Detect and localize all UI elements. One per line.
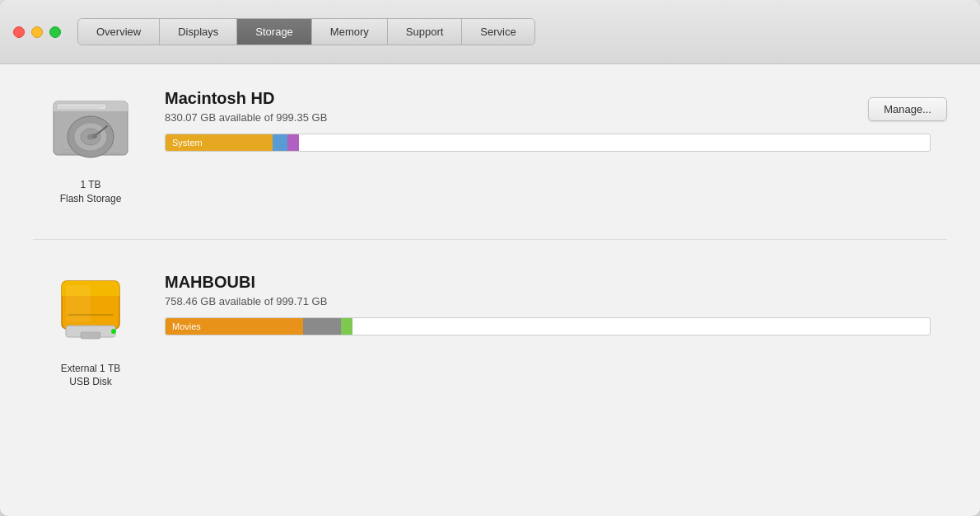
storage-content: 1 TB Flash Storage Macintosh HD 830.07 G… (0, 64, 980, 516)
ext-bar-other1 (303, 318, 341, 335)
hd-label-line1: 1 TB (80, 179, 100, 190)
svg-point-11 (92, 134, 97, 138)
ext-label: External 1 TB USB Disk (61, 362, 120, 390)
hd-available: 830.07 GB available of 999.35 GB (165, 111, 931, 124)
svg-rect-17 (66, 285, 91, 322)
manage-button-area: Manage... (868, 97, 947, 121)
tab-storage[interactable]: Storage (237, 19, 312, 45)
tab-service[interactable]: Service (462, 19, 534, 45)
ext-label-line2: USB Disk (69, 376, 111, 387)
tab-memory[interactable]: Memory (312, 19, 388, 45)
hd-storage-bar: System (165, 134, 931, 152)
minimize-button[interactable] (31, 26, 43, 38)
ext-name: MAHBOUBI (165, 273, 931, 292)
drive-macintosh-hd: 1 TB Flash Storage Macintosh HD 830.07 G… (33, 89, 947, 206)
tab-support[interactable]: Support (388, 19, 463, 45)
hd-label: 1 TB Flash Storage (60, 178, 122, 206)
hd-icon-area: 1 TB Flash Storage (33, 89, 148, 206)
ext-label-line1: External 1 TB (61, 363, 120, 374)
tab-displays[interactable]: Displays (160, 19, 237, 45)
hd-bar-other2 (287, 134, 299, 151)
hd-bar-other1 (273, 134, 288, 151)
about-this-mac-window: Overview Displays Storage Memory Support… (0, 0, 980, 516)
divider (33, 239, 947, 240)
manage-button[interactable]: Manage... (868, 97, 947, 121)
maximize-button[interactable] (49, 26, 61, 38)
external-drive-icon (49, 273, 132, 355)
hd-name: Macintosh HD (165, 89, 931, 108)
titlebar: Overview Displays Storage Memory Support… (0, 0, 980, 64)
hd-info: Macintosh HD 830.07 GB available of 999.… (148, 89, 947, 152)
close-button[interactable] (13, 26, 25, 38)
ext-info: MAHBOUBI 758.46 GB available of 999.71 G… (148, 273, 947, 335)
ext-bar-other2 (341, 318, 352, 335)
ext-icon-area: External 1 TB USB Disk (33, 273, 148, 390)
svg-point-20 (111, 329, 116, 334)
ext-available: 758.46 GB available of 999.71 GB (165, 295, 931, 307)
svg-rect-19 (81, 332, 100, 339)
hd-label-line2: Flash Storage (60, 193, 122, 204)
ext-storage-bar: Movies (165, 317, 931, 335)
hd-bar-system: System (166, 134, 273, 151)
drive-mahboubi: External 1 TB USB Disk MAHBOUBI 758.46 G… (33, 273, 947, 390)
internal-hd-icon (45, 89, 136, 171)
tab-bar: Overview Displays Storage Memory Support… (77, 18, 535, 45)
svg-rect-21 (68, 314, 114, 316)
traffic-lights (13, 26, 61, 38)
tab-overview[interactable]: Overview (78, 19, 160, 45)
ext-bar-movies: Movies (166, 318, 303, 335)
